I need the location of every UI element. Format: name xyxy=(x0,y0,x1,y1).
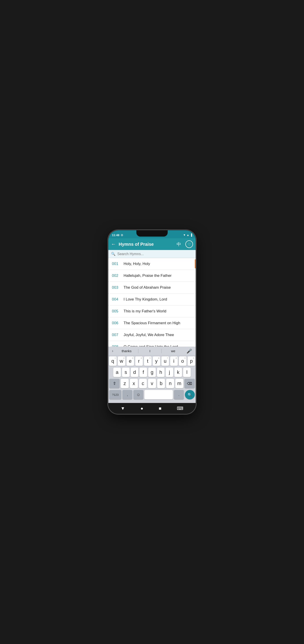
comma-key[interactable]: , xyxy=(122,390,132,399)
key-row-2: asdfghjkl xyxy=(109,368,195,377)
nav-keyboard[interactable]: ⌨ xyxy=(175,404,185,413)
bottom-nav: ▼ ● ■ ⌨ xyxy=(108,403,196,414)
hymn-title: This is my Father's World xyxy=(124,309,166,314)
suggestion-1[interactable]: thanks xyxy=(115,348,138,354)
hymn-number: 002 xyxy=(112,274,122,278)
key-q[interactable]: 1q xyxy=(109,356,117,366)
suggestions-expand[interactable]: › xyxy=(110,348,115,353)
key-n[interactable]: n xyxy=(166,379,174,388)
status-time: 11:48 xyxy=(112,234,119,237)
period-key[interactable]: . xyxy=(174,390,184,399)
key-a[interactable]: a xyxy=(113,368,121,377)
key-p[interactable]: 0p xyxy=(188,356,195,366)
hymn-number: 004 xyxy=(112,297,122,302)
favorites-button[interactable]: ♡ xyxy=(185,240,193,248)
list-item[interactable]: 004 I Love Thy Kingdom, Lord xyxy=(108,294,196,306)
key-i[interactable]: 8i xyxy=(170,356,178,366)
key-s[interactable]: s xyxy=(122,368,130,377)
key-h[interactable]: h xyxy=(157,368,165,377)
search-icon: 🔍 xyxy=(111,252,116,256)
hymn-title: Joyful, Joyful, We Adore Thee xyxy=(124,333,174,337)
key-e[interactable]: 3e xyxy=(127,356,134,366)
search-input[interactable] xyxy=(117,252,193,256)
status-right: ▼ ▲ ▐ xyxy=(183,234,192,236)
key-b[interactable]: b xyxy=(157,379,165,388)
key-f[interactable]: f xyxy=(139,368,147,377)
key-k[interactable]: k xyxy=(174,368,182,377)
key-g[interactable]: g xyxy=(148,368,156,377)
key-m[interactable]: m xyxy=(175,379,183,388)
key-w[interactable]: 2w xyxy=(118,356,125,366)
nav-back[interactable]: ▼ xyxy=(119,404,127,413)
list-item[interactable]: 006 The Spacious Firmament on High xyxy=(108,317,196,329)
list-item[interactable]: 002 Hallelujah, Praise the Father xyxy=(108,270,196,282)
hymn-number: 001 xyxy=(112,262,122,266)
backspace-key[interactable]: ⌫ xyxy=(184,379,195,388)
chinese-toggle-button[interactable]: 中 xyxy=(175,240,183,248)
list-item[interactable]: 001 Holy, Holy, Holy xyxy=(108,258,196,270)
suggestion-items: thanks I we xyxy=(115,348,185,354)
hymn-number: 003 xyxy=(112,285,122,290)
gear-icon: ⚙ xyxy=(121,234,123,237)
hymn-title: Hallelujah, Praise the Father xyxy=(124,274,172,278)
hymn-number: 006 xyxy=(112,321,122,325)
hymn-list[interactable]: 001 Holy, Holy, Holy 002 Hallelujah, Pra… xyxy=(108,258,196,346)
key-l[interactable]: l xyxy=(183,368,191,377)
key-o[interactable]: 9o xyxy=(179,356,186,366)
app-title: Hymns of Praise xyxy=(119,242,172,247)
keyboard-rows: 1q2w3e4r5t6y7u8i9o0p asdfghjkl ⇧ z x c v… xyxy=(108,356,196,399)
suggestion-2[interactable]: I xyxy=(138,348,161,354)
list-item[interactable]: 005 This is my Father's World xyxy=(108,306,196,317)
scroll-indicator xyxy=(195,260,196,268)
status-left: 11:48 ⚙ xyxy=(112,234,123,237)
phone-notch xyxy=(136,230,168,236)
search-bar: 🔍 xyxy=(108,250,196,258)
key-y[interactable]: 6y xyxy=(153,356,160,366)
hymn-title: The Spacious Firmament on High xyxy=(124,321,180,325)
key-u[interactable]: 7u xyxy=(161,356,169,366)
numbers-key[interactable]: ?123 xyxy=(109,390,121,399)
hymn-number: 008 xyxy=(112,344,122,346)
space-key[interactable] xyxy=(144,390,173,399)
signal-icon: ▲ xyxy=(187,234,189,236)
key-row-1: 1q2w3e4r5t6y7u8i9o0p xyxy=(109,356,195,366)
hymn-title: The God of Abraham Praise xyxy=(124,285,171,290)
keyboard: › thanks I we 🎤 1q2w3e4r5t6y7u8i9o0p asd… xyxy=(108,346,196,403)
key-x[interactable]: x xyxy=(130,379,138,388)
key-z[interactable]: z xyxy=(121,379,129,388)
key-v[interactable]: v xyxy=(148,379,156,388)
hymn-title: I Love Thy Kingdom, Lord xyxy=(124,297,167,302)
phone-frame: 11:48 ⚙ ▼ ▲ ▐ ← Hymns of Praise 中 ♡ 🔍 00… xyxy=(108,230,196,414)
hymn-number: 007 xyxy=(112,333,122,337)
key-row-4: ?123 , ☺ . 🔍 xyxy=(109,390,195,399)
nav-recents[interactable]: ■ xyxy=(157,404,163,413)
app-bar: ← Hymns of Praise 中 ♡ xyxy=(108,238,196,250)
key-d[interactable]: d xyxy=(131,368,138,377)
key-row-3: ⇧ z x c v b n m ⌫ xyxy=(109,379,195,388)
hymn-title: O Come and Sing Unto the Lord xyxy=(124,344,178,346)
list-item[interactable]: 008 O Come and Sing Unto the Lord xyxy=(108,341,196,346)
hymn-title: Holy, Holy, Holy xyxy=(124,262,150,266)
suggestion-3[interactable]: we xyxy=(162,348,185,354)
app-bar-actions: 中 ♡ xyxy=(175,240,193,248)
emoji-key[interactable]: ☺ xyxy=(133,390,143,399)
key-j[interactable]: j xyxy=(166,368,173,377)
mic-button[interactable]: 🎤 xyxy=(185,348,194,354)
list-item[interactable]: 003 The God of Abraham Praise xyxy=(108,282,196,294)
back-button[interactable]: ← xyxy=(111,241,116,247)
key-c[interactable]: c xyxy=(139,379,147,388)
battery-icon: ▐ xyxy=(190,234,192,236)
search-key[interactable]: 🔍 xyxy=(185,390,195,399)
list-item[interactable]: 007 Joyful, Joyful, We Adore Thee xyxy=(108,329,196,341)
keyboard-suggestions: › thanks I we 🎤 xyxy=(108,346,196,356)
nav-home[interactable]: ● xyxy=(139,404,145,413)
key-t[interactable]: 5t xyxy=(144,356,152,366)
hymn-number: 005 xyxy=(112,309,122,314)
wifi-icon: ▼ xyxy=(183,234,186,236)
key-r[interactable]: 4r xyxy=(135,356,143,366)
shift-key[interactable]: ⇧ xyxy=(109,379,120,388)
